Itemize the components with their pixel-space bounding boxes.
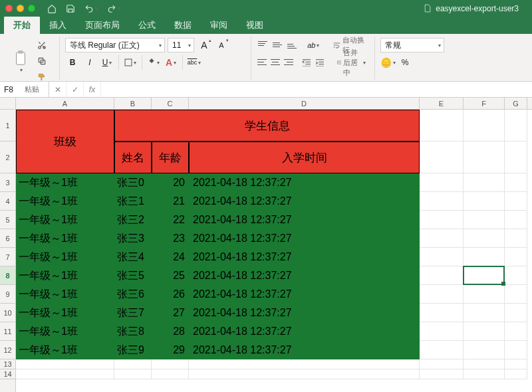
row-header-12[interactable]: 12 <box>0 341 15 359</box>
paste-button[interactable]: ▾ <box>9 47 32 76</box>
cell-G14[interactable] <box>505 369 527 379</box>
select-all-corner[interactable] <box>0 98 16 110</box>
cell-G1[interactable] <box>505 110 527 142</box>
cell-B13[interactable] <box>114 359 152 369</box>
cell-E8[interactable] <box>420 266 464 285</box>
tab-insert[interactable]: 插入 <box>40 16 76 34</box>
cell-F12[interactable] <box>464 341 505 359</box>
spreadsheet-grid[interactable]: ABCDEFG 1234567891011121314 班级学生信息姓名年龄入学… <box>0 98 532 392</box>
align-middle-button[interactable] <box>271 38 283 52</box>
column-header-G[interactable]: G <box>505 98 527 109</box>
tab-layout[interactable]: 页面布局 <box>76 16 129 34</box>
cell-G5[interactable] <box>505 211 527 229</box>
cell-F8[interactable] <box>464 266 505 285</box>
row-header-10[interactable]: 10 <box>0 304 15 322</box>
cell-G7[interactable] <box>505 248 527 266</box>
cell-C13[interactable] <box>152 359 189 369</box>
tab-view[interactable]: 视图 <box>237 16 273 34</box>
row-header-11[interactable]: 11 <box>0 322 15 341</box>
cell-E12[interactable] <box>420 341 464 359</box>
row-header-7[interactable]: 7 <box>0 248 15 266</box>
align-right-button[interactable] <box>283 55 294 70</box>
cut-button[interactable] <box>35 38 49 52</box>
merge-center-button[interactable]: 合并后居中▾ <box>334 55 369 70</box>
redo-button[interactable]: ▾ <box>107 4 120 13</box>
home-icon[interactable] <box>47 4 57 13</box>
row-header-2[interactable]: 2 <box>0 142 15 173</box>
cell-F13[interactable] <box>464 359 505 369</box>
tab-review[interactable]: 审阅 <box>201 16 237 34</box>
format-painter-button[interactable] <box>35 70 49 84</box>
phonetic-button[interactable]: abc▾ <box>187 55 201 70</box>
increase-font-button[interactable]: A▴ <box>197 38 211 52</box>
align-center-button[interactable] <box>270 55 281 70</box>
bold-button[interactable]: B <box>65 55 80 70</box>
minimize-window-icon[interactable] <box>17 5 24 12</box>
cell-G10[interactable] <box>505 304 527 322</box>
font-color-button[interactable]: A▾ <box>164 55 178 70</box>
cell-D14[interactable] <box>189 369 420 379</box>
row-header-6[interactable]: 6 <box>0 229 15 248</box>
cell-G9[interactable] <box>505 285 527 304</box>
cell-B14[interactable] <box>114 369 152 379</box>
cell-E1[interactable] <box>420 110 464 142</box>
cell-G11[interactable] <box>505 322 527 341</box>
save-icon[interactable] <box>66 4 75 13</box>
insert-function-button[interactable]: fx <box>84 82 101 97</box>
cell-G13[interactable] <box>505 359 527 369</box>
cell-E11[interactable] <box>420 322 464 341</box>
tab-formula[interactable]: 公式 <box>129 16 165 34</box>
formula-input[interactable] <box>101 82 532 97</box>
row-header-14[interactable]: 14 <box>0 369 15 379</box>
font-name-select[interactable]: 等线 Regular (正文) ▾ <box>65 38 165 52</box>
cell-G6[interactable] <box>505 229 527 248</box>
column-header-A[interactable]: A <box>16 98 114 109</box>
cell-F14[interactable] <box>464 369 505 379</box>
decrease-font-button[interactable]: A▾ <box>214 38 229 52</box>
increase-indent-button[interactable] <box>315 55 325 70</box>
confirm-formula-button[interactable]: ✓ <box>66 82 84 97</box>
font-size-select[interactable]: 11 ▾ <box>168 38 194 52</box>
cell-F10[interactable] <box>464 304 505 322</box>
cell-G3[interactable] <box>505 173 527 192</box>
cell-F5[interactable] <box>464 211 505 229</box>
cells-area[interactable]: 班级学生信息姓名年龄入学时间一年级～1班张三0202021-04-18 12:3… <box>16 110 532 392</box>
cell-A14[interactable] <box>16 369 114 379</box>
cell-G8[interactable] <box>505 266 527 285</box>
copy-button[interactable] <box>35 54 49 68</box>
align-top-button[interactable] <box>257 38 269 52</box>
cell-E2[interactable] <box>420 142 464 173</box>
accounting-format-button[interactable]: 🪙▾ <box>380 55 395 70</box>
cell-G12[interactable] <box>505 341 527 359</box>
orientation-button[interactable]: ab▾ <box>307 38 320 52</box>
cell-F7[interactable] <box>464 248 505 266</box>
decrease-indent-button[interactable] <box>301 55 312 70</box>
tab-home[interactable]: 开始 <box>4 16 40 34</box>
percent-format-button[interactable]: % <box>398 55 412 70</box>
column-header-E[interactable]: E <box>420 98 464 109</box>
row-header-5[interactable]: 5 <box>0 211 15 229</box>
cell-D13[interactable] <box>189 359 420 369</box>
cell-E3[interactable] <box>420 173 464 192</box>
cell-A13[interactable] <box>16 359 114 369</box>
column-header-F[interactable]: F <box>464 98 505 109</box>
align-left-button[interactable] <box>257 55 267 70</box>
border-button[interactable]: ▾ <box>123 55 138 70</box>
cell-F6[interactable] <box>464 229 505 248</box>
cell-E7[interactable] <box>420 248 464 266</box>
column-header-B[interactable]: B <box>114 98 152 109</box>
italic-button[interactable]: I <box>82 55 97 70</box>
row-header-4[interactable]: 4 <box>0 192 15 211</box>
align-bottom-button[interactable] <box>286 38 298 52</box>
cell-F2[interactable] <box>464 142 505 173</box>
row-header-13[interactable]: 13 <box>0 359 15 369</box>
row-header-8[interactable]: 8 <box>0 266 15 285</box>
close-window-icon[interactable] <box>5 5 13 12</box>
cell-E4[interactable] <box>420 192 464 211</box>
cell-F1[interactable] <box>464 110 505 142</box>
cell-C14[interactable] <box>152 369 189 379</box>
cell-F9[interactable] <box>464 285 505 304</box>
row-header-9[interactable]: 9 <box>0 285 15 304</box>
underline-button[interactable]: U▾ <box>100 55 114 70</box>
column-header-C[interactable]: C <box>152 98 189 109</box>
